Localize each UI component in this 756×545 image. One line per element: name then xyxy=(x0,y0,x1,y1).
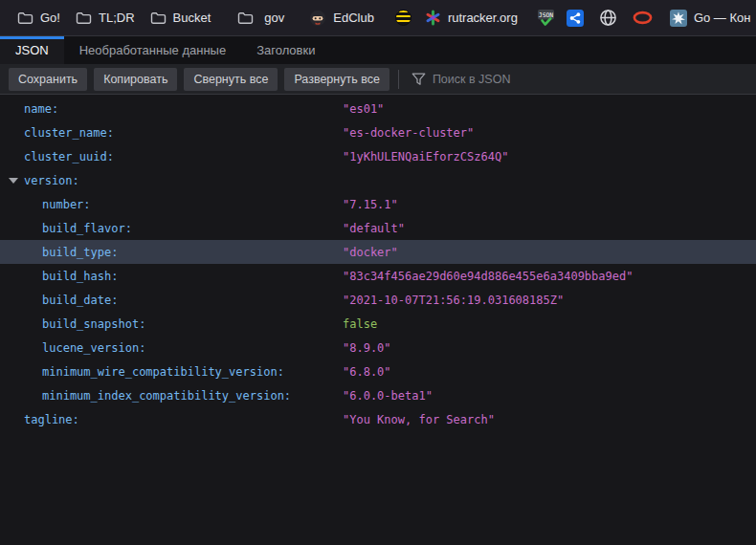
bookmark-edclub[interactable]: EdClub xyxy=(301,6,382,31)
collapse-all-button[interactable]: Свернуть все xyxy=(184,68,278,91)
json-key: build_hash: xyxy=(0,270,343,283)
json-row[interactable]: name:"es01" xyxy=(0,97,756,120)
bookmark-oracle[interactable] xyxy=(627,7,658,29)
bookmark-folder-bucket[interactable]: Bucket xyxy=(143,7,219,29)
json-key: version: xyxy=(0,174,343,187)
splat-icon xyxy=(670,10,687,27)
json-key: number: xyxy=(0,198,343,211)
json-row[interactable]: version: xyxy=(0,168,756,192)
bookmark-folder-tldr[interactable]: TL;DR xyxy=(68,7,143,29)
bookmark-folder-gov[interactable]: gov xyxy=(230,7,292,29)
json-viewer-toolbar: Сохранить Копировать Свернуть все Развер… xyxy=(0,64,756,95)
json-row[interactable]: build_type:"docker" xyxy=(0,240,756,264)
bookmark-label: gov xyxy=(264,11,284,25)
json-key: name: xyxy=(0,102,343,116)
bookmark-share[interactable] xyxy=(561,6,589,31)
bookmark-rutracker[interactable]: rutracker.org xyxy=(417,6,525,30)
json-key: build_type: xyxy=(0,246,343,259)
bookmarks-toolbar: Go! TL;DR Bucket gov EdClub xyxy=(0,0,756,35)
json-key: tagline: xyxy=(0,413,343,426)
tab-headers[interactable]: Заголовки xyxy=(241,36,330,64)
toolbar-divider xyxy=(398,70,399,89)
share-icon xyxy=(567,10,584,27)
edclub-icon xyxy=(309,10,326,27)
json-key: build_snapshot: xyxy=(0,317,343,331)
json-value: "default" xyxy=(343,222,405,235)
twisty-expand-icon[interactable] xyxy=(9,178,18,184)
json-value: "7.15.1" xyxy=(343,198,398,211)
json-key: cluster_uuid: xyxy=(0,150,343,164)
tab-raw-data[interactable]: Необработанные данные xyxy=(64,36,241,64)
bookmark-label: rutracker.org xyxy=(448,11,518,25)
json-viewer-tab-bar: JSON Необработанные данные Заголовки xyxy=(0,35,756,64)
json-value: "1yKhULENQaiEforzCSz64Q" xyxy=(343,150,508,164)
bookmark-label: TL;DR xyxy=(99,11,135,25)
oracle-icon xyxy=(633,11,653,25)
json-value: "2021-10-07T21:56:19.031608185Z" xyxy=(343,294,564,307)
json-row[interactable]: minimum_index_compatibility_version:"6.0… xyxy=(0,383,756,407)
json-key: cluster_name: xyxy=(0,126,343,140)
funnel-icon xyxy=(411,73,426,86)
json-row[interactable]: tagline:"You Know, for Search" xyxy=(0,407,756,431)
folder-icon xyxy=(76,11,92,25)
folder-icon xyxy=(237,11,254,25)
json-row[interactable]: lucene_version:"8.9.0" xyxy=(0,336,756,360)
json-row[interactable]: number:"7.15.1" xyxy=(0,192,756,216)
json-search-input[interactable] xyxy=(433,73,756,86)
bookmark-json-verified[interactable]: JSON xyxy=(531,5,561,31)
json-value: "es01" xyxy=(343,102,384,116)
json-key: build_flavor: xyxy=(0,222,343,235)
json-key: lucene_version: xyxy=(0,341,343,355)
bookmark-go-window[interactable]: Go — Кон xyxy=(662,6,756,31)
json-tree-panel: name:"es01"cluster_name:"es-docker-clust… xyxy=(0,95,756,545)
bookmark-label: EdClub xyxy=(333,11,374,25)
json-value: "You Know, for Search" xyxy=(343,413,495,426)
json-key: minimum_wire_compatibility_version: xyxy=(0,365,343,379)
expand-all-button[interactable]: Развернуть все xyxy=(284,68,389,91)
json-key: minimum_index_compatibility_version: xyxy=(0,389,343,403)
json-row[interactable]: cluster_uuid:"1yKhULENQaiEforzCSz64Q" xyxy=(0,144,756,168)
json-key: build_date: xyxy=(0,294,343,307)
bookmark-label: Bucket xyxy=(173,11,211,25)
globe-icon xyxy=(599,9,617,27)
bookmark-label: Go! xyxy=(40,11,60,25)
json-row[interactable]: build_hash:"83c34f456ae29d60e94d886e455e… xyxy=(0,264,756,288)
bookmark-beeline[interactable] xyxy=(389,6,417,30)
json-row[interactable]: build_date:"2021-10-07T21:56:19.03160818… xyxy=(0,288,756,312)
save-button[interactable]: Сохранить xyxy=(9,68,87,91)
json-value: false xyxy=(343,317,377,331)
folder-icon xyxy=(150,11,167,25)
bookmark-globe[interactable] xyxy=(593,5,623,31)
json-verified-icon: JSON xyxy=(537,9,555,27)
json-value: "docker" xyxy=(343,246,398,259)
folder-icon xyxy=(17,11,33,25)
json-value: "6.8.0" xyxy=(343,365,391,379)
json-row[interactable]: build_flavor:"default" xyxy=(0,216,756,240)
json-row[interactable]: build_snapshot:false xyxy=(0,312,756,336)
bookmark-label: Go — Кон xyxy=(694,11,751,25)
json-row[interactable]: cluster_name:"es-docker-cluster" xyxy=(0,120,756,144)
beeline-icon xyxy=(395,10,411,26)
rutracker-icon xyxy=(425,10,441,26)
copy-button[interactable]: Копировать xyxy=(94,68,177,91)
json-value: "6.0.0-beta1" xyxy=(343,389,433,403)
json-filter-box xyxy=(405,64,756,94)
tab-json[interactable]: JSON xyxy=(0,36,64,64)
bookmark-folder-go[interactable]: Go! xyxy=(10,7,68,29)
json-value: "83c34f456ae29d60e94d886e455e6a3409bba9e… xyxy=(343,270,633,283)
json-row[interactable]: minimum_wire_compatibility_version:"6.8.… xyxy=(0,360,756,383)
json-value: "es-docker-cluster" xyxy=(343,126,474,140)
json-value: "8.9.0" xyxy=(343,341,391,355)
